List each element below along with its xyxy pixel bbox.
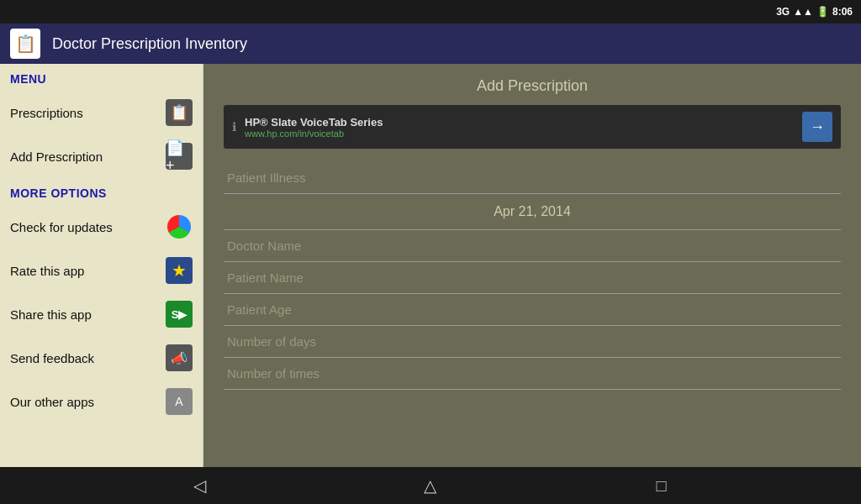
bottom-nav: ◁ △ □ bbox=[0, 467, 861, 504]
other-apps-icon: A bbox=[166, 388, 193, 415]
battery-icon: 🔋 bbox=[816, 6, 829, 18]
app-title: Doctor Prescription Inventory bbox=[52, 35, 247, 53]
main-layout: MENU Prescriptions 📋 Add Prescription 📄+… bbox=[0, 64, 861, 467]
number-of-times-placeholder: Number of times bbox=[227, 366, 320, 381]
sidebar-send-feedback-label: Send feedback bbox=[10, 351, 166, 365]
patient-name-field[interactable]: Patient Name bbox=[224, 262, 841, 294]
sidebar-check-updates-label: Check for updates bbox=[10, 220, 166, 234]
sidebar-item-rate-app[interactable]: Rate this app ★ bbox=[0, 249, 203, 292]
doctor-name-field[interactable]: Doctor Name bbox=[224, 230, 841, 262]
patient-name-placeholder: Patient Name bbox=[227, 270, 304, 285]
number-of-days-field[interactable]: Number of days bbox=[224, 326, 841, 358]
patient-age-placeholder: Patient Age bbox=[227, 302, 292, 317]
send-feedback-icon: 📣 bbox=[166, 344, 193, 371]
content-title: Add Prescription bbox=[203, 64, 861, 105]
clock: 8:06 bbox=[832, 6, 853, 18]
ad-text-block: HP® Slate VoiceTab Series www.hp.com/in/… bbox=[245, 116, 794, 139]
number-of-times-field[interactable]: Number of times bbox=[224, 358, 841, 390]
back-icon: ◁ bbox=[193, 475, 206, 496]
network-indicator: 3G bbox=[776, 6, 790, 18]
date-value: Apr 21, 2014 bbox=[494, 204, 571, 218]
prescriptions-icon: 📋 bbox=[166, 99, 193, 126]
add-prescription-icon: 📄+ bbox=[166, 143, 193, 170]
patient-illness-placeholder: Patient Illness bbox=[227, 171, 305, 185]
sidebar-share-app-label: Share this app bbox=[10, 307, 166, 322]
sidebar-item-prescriptions[interactable]: Prescriptions 📋 bbox=[0, 91, 203, 134]
ad-arrow-icon: → bbox=[810, 118, 825, 136]
sidebar-item-other-apps[interactable]: Our other apps A bbox=[0, 380, 203, 423]
home-button[interactable]: △ bbox=[414, 470, 447, 501]
patient-age-field[interactable]: Patient Age bbox=[224, 294, 841, 326]
back-button[interactable]: ◁ bbox=[182, 470, 216, 501]
sidebar-add-prescription-label: Add Prescription bbox=[10, 150, 166, 164]
ad-arrow-button[interactable]: → bbox=[802, 112, 832, 142]
share-app-icon: S▶ bbox=[166, 301, 193, 328]
sidebar-item-add-prescription[interactable]: Add Prescription 📄+ bbox=[0, 134, 203, 178]
status-icons: 3G ▲▲ 🔋 8:06 bbox=[776, 6, 853, 18]
sidebar-item-send-feedback[interactable]: Send feedback 📣 bbox=[0, 336, 203, 380]
rate-app-icon: ★ bbox=[166, 257, 193, 284]
patient-illness-field[interactable]: Patient Illness bbox=[224, 162, 841, 194]
sidebar-rate-app-label: Rate this app bbox=[10, 264, 166, 278]
sidebar-menu-header: MENU bbox=[0, 64, 203, 91]
recents-icon: □ bbox=[657, 476, 667, 496]
ad-banner: ℹ HP® Slate VoiceTab Series www.hp.com/i… bbox=[224, 105, 841, 149]
ad-info-icon: ℹ bbox=[232, 120, 236, 134]
sidebar: MENU Prescriptions 📋 Add Prescription 📄+… bbox=[0, 64, 203, 467]
signal-icon: ▲▲ bbox=[793, 6, 813, 18]
form-area: Patient Illness Apr 21, 2014 Doctor Name… bbox=[203, 162, 861, 390]
doctor-name-placeholder: Doctor Name bbox=[227, 239, 301, 253]
sidebar-prescriptions-label: Prescriptions bbox=[10, 106, 166, 120]
content-area: Add Prescription ℹ HP® Slate VoiceTab Se… bbox=[203, 64, 861, 467]
ad-url: www.hp.com/in/voicetab bbox=[245, 129, 794, 139]
sidebar-more-options-header: MORE OPTIONS bbox=[0, 178, 203, 205]
status-bar: 3G ▲▲ 🔋 8:06 bbox=[0, 0, 861, 24]
home-icon: △ bbox=[424, 475, 436, 496]
check-updates-icon bbox=[166, 213, 193, 240]
title-bar: 📋 Doctor Prescription Inventory bbox=[0, 24, 861, 64]
date-field[interactable]: Apr 21, 2014 bbox=[224, 194, 841, 230]
sidebar-item-share-app[interactable]: Share this app S▶ bbox=[0, 292, 203, 336]
app-icon: 📋 bbox=[10, 29, 40, 59]
sidebar-other-apps-label: Our other apps bbox=[10, 395, 166, 409]
recents-button[interactable]: □ bbox=[645, 470, 679, 501]
app-icon-symbol: 📋 bbox=[15, 34, 36, 54]
sidebar-item-check-updates[interactable]: Check for updates bbox=[0, 205, 203, 249]
number-of-days-placeholder: Number of days bbox=[227, 334, 316, 349]
ad-title: HP® Slate VoiceTab Series bbox=[245, 116, 794, 129]
